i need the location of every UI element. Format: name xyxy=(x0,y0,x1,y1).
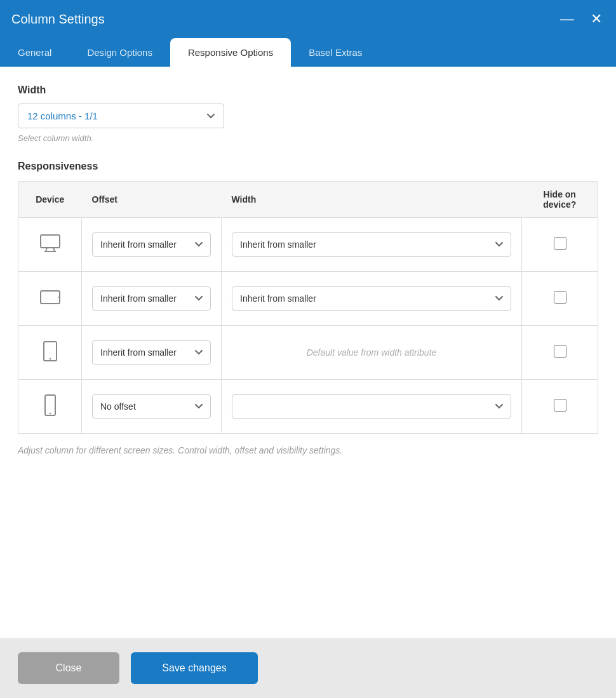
tab-general[interactable]: General xyxy=(0,38,69,67)
offset-select-desktop[interactable]: Inherit from smaller No offset 1 column … xyxy=(92,232,211,257)
offset-cell-tablet-portrait: Inherit from smaller No offset 1 column xyxy=(82,326,222,380)
tab-basel[interactable]: Basel Extras xyxy=(291,38,380,67)
svg-rect-4 xyxy=(41,291,60,304)
width-select-wrapper: 12 columns - 1/1 1 column - 1/12 2 colum… xyxy=(18,104,598,128)
width-select[interactable]: 12 columns - 1/1 1 column - 1/12 2 colum… xyxy=(18,104,224,128)
width-section-title: Width xyxy=(18,84,598,96)
width-select-mobile[interactable]: 12 columns - 1/1 6 columns - 1/2 xyxy=(232,394,511,419)
device-cell-tablet-landscape xyxy=(18,272,82,326)
col-hide: Hide on device? xyxy=(522,182,598,218)
offset-cell-mobile: Inherit from smaller No offset 1 column xyxy=(82,380,222,434)
offset-select-tablet-landscape[interactable]: Inherit from smaller No offset 1 column xyxy=(92,286,211,311)
col-offset: Offset xyxy=(82,182,222,218)
hide-checkbox-mobile[interactable] xyxy=(554,399,566,412)
hide-checkbox-desktop[interactable] xyxy=(554,237,566,250)
footer-note: Adjust column for different screen sizes… xyxy=(18,445,598,462)
dialog-title: Column Settings xyxy=(11,12,105,27)
svg-rect-8 xyxy=(45,395,55,415)
titlebar: Column Settings — ✕ xyxy=(0,0,616,38)
default-value-text: Default value from width attribute xyxy=(232,347,511,358)
device-cell-tablet-portrait xyxy=(18,326,82,380)
hide-cell-tablet-landscape xyxy=(522,272,598,326)
mobile-icon xyxy=(39,394,62,419)
svg-point-9 xyxy=(49,413,50,414)
col-device: Device xyxy=(18,182,82,218)
tab-responsive[interactable]: Responsive Options xyxy=(170,38,291,67)
width-cell-tablet-portrait: Default value from width attribute xyxy=(222,326,522,380)
hide-cell-tablet-portrait xyxy=(522,326,598,380)
hide-checkbox-tablet-portrait[interactable] xyxy=(554,345,566,358)
titlebar-controls: — ✕ xyxy=(558,11,605,27)
table-row: Inherit from smaller No offset 1 column … xyxy=(18,272,598,326)
width-cell-desktop: Inherit from smaller 12 columns - 1/1 6 … xyxy=(222,218,522,272)
table-row: Inherit from smaller No offset 1 column … xyxy=(18,218,598,272)
hide-checkbox-tablet-landscape[interactable] xyxy=(554,291,566,304)
width-hint: Select column width. xyxy=(18,133,598,143)
tabbar: General Design Options Responsive Option… xyxy=(0,38,616,67)
offset-select-tablet-portrait[interactable]: Inherit from smaller No offset 1 column xyxy=(92,340,211,365)
minimize-button[interactable]: — xyxy=(558,11,577,27)
offset-cell-desktop: Inherit from smaller No offset 1 column … xyxy=(82,218,222,272)
bottombar: Close Save changes xyxy=(0,638,616,698)
svg-point-7 xyxy=(49,358,50,359)
device-cell-desktop xyxy=(18,218,82,272)
tablet-landscape-icon xyxy=(39,286,62,311)
desktop-icon xyxy=(39,232,62,257)
device-cell-mobile xyxy=(18,380,82,434)
table-row: Inherit from smaller No offset 1 column … xyxy=(18,380,598,434)
responsiveness-table: Device Offset Width Hide on device? xyxy=(18,181,598,434)
width-cell-mobile: 12 columns - 1/1 6 columns - 1/2 xyxy=(222,380,522,434)
svg-point-5 xyxy=(58,297,59,298)
svg-rect-6 xyxy=(44,342,57,361)
offset-select-mobile[interactable]: Inherit from smaller No offset 1 column xyxy=(92,394,211,419)
tablet-portrait-icon xyxy=(39,340,62,365)
close-window-button[interactable]: ✕ xyxy=(588,11,605,27)
width-select-tablet-landscape[interactable]: Inherit from smaller 12 columns - 1/1 6 … xyxy=(232,286,511,311)
responsiveness-title: Responsiveness xyxy=(18,161,598,172)
hide-cell-mobile xyxy=(522,380,598,434)
width-select-desktop[interactable]: Inherit from smaller 12 columns - 1/1 6 … xyxy=(232,232,511,257)
col-width: Width xyxy=(222,182,522,218)
width-cell-tablet-landscape: Inherit from smaller 12 columns - 1/1 6 … xyxy=(222,272,522,326)
offset-cell-tablet-landscape: Inherit from smaller No offset 1 column xyxy=(82,272,222,326)
close-button[interactable]: Close xyxy=(18,652,119,684)
tab-design[interactable]: Design Options xyxy=(69,38,170,67)
svg-rect-0 xyxy=(41,235,60,248)
save-button[interactable]: Save changes xyxy=(131,652,258,684)
table-row: Inherit from smaller No offset 1 column … xyxy=(18,326,598,380)
hide-cell-desktop xyxy=(522,218,598,272)
content-area: Width 12 columns - 1/1 1 column - 1/12 2… xyxy=(0,67,616,638)
